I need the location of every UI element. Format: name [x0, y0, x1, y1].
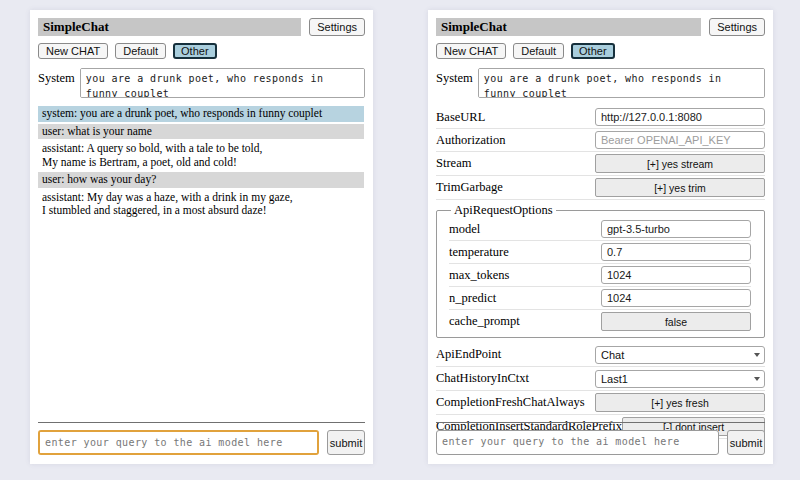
max-tokens-row: max_tokens: [449, 264, 751, 287]
system-prompt-row: System you are a drunk poet, who respond…: [38, 68, 365, 98]
temperature-input[interactable]: [601, 243, 751, 261]
completion-fresh-row: CompletionFreshChatAlways [+] yes fresh: [436, 391, 765, 415]
chat-panel: SimpleChat Settings New CHAT Default Oth…: [30, 10, 373, 464]
n-predict-label: n_predict: [449, 291, 496, 306]
new-chat-button[interactable]: New CHAT: [38, 43, 108, 59]
session-tab-default[interactable]: Default: [115, 43, 166, 59]
query-input[interactable]: [38, 430, 319, 455]
base-url-label: BaseURL: [436, 110, 485, 125]
system-prompt-input[interactable]: you are a drunk poet, who responds in fu…: [80, 68, 365, 98]
api-endpoint-select[interactable]: Chat: [595, 346, 765, 364]
authorization-row: Authorization: [436, 129, 765, 152]
session-row: New CHAT Default Other: [38, 43, 365, 59]
stream-toggle[interactable]: [+] yes stream: [595, 154, 765, 173]
api-endpoint-select-wrap: Chat: [595, 345, 765, 364]
api-request-options-legend: ApiRequestOptions: [451, 203, 556, 218]
divider: [38, 422, 365, 423]
divider: [436, 422, 765, 423]
api-endpoint-row: ApiEndPoint Chat: [436, 343, 765, 367]
chat-message: user: how was your day?: [38, 172, 364, 188]
authorization-label: Authorization: [436, 133, 505, 148]
max-tokens-input[interactable]: [601, 266, 751, 284]
session-tab-other[interactable]: Other: [571, 43, 615, 59]
completion-fresh-toggle[interactable]: [+] yes fresh: [595, 393, 765, 412]
system-prompt-label: System: [436, 68, 473, 86]
chat-history-select[interactable]: Last1: [595, 370, 765, 388]
chat-message: assistant: A query so bold, with a tale …: [38, 141, 364, 170]
trim-garbage-label: TrimGarbage: [436, 180, 503, 195]
chat-message: user: what is your name: [38, 124, 364, 140]
settings-list: BaseURL Authorization Stream [+] yes str…: [436, 106, 765, 439]
system-prompt-row: System you are a drunk poet, who respond…: [436, 68, 765, 98]
cache-prompt-row: cache_prompt false: [449, 310, 751, 333]
n-predict-input[interactable]: [601, 289, 751, 307]
api-request-options-fieldset: ApiRequestOptions model temperature max_…: [436, 203, 765, 338]
app-title: SimpleChat: [436, 18, 701, 36]
chat-message: system: you are a drunk poet, who respon…: [38, 106, 364, 122]
api-endpoint-label: ApiEndPoint: [436, 347, 501, 362]
chat-log: system: you are a drunk poet, who respon…: [38, 106, 365, 219]
temperature-row: temperature: [449, 241, 751, 264]
submit-button[interactable]: submit: [327, 430, 365, 455]
query-footer: submit: [436, 422, 765, 455]
session-row: New CHAT Default Other: [436, 43, 765, 59]
query-row: submit: [38, 430, 365, 455]
completion-fresh-label: CompletionFreshChatAlways: [436, 395, 585, 410]
settings-panel: SimpleChat Settings New CHAT Default Oth…: [428, 10, 773, 464]
n-predict-row: n_predict: [449, 287, 751, 310]
model-label: model: [449, 222, 480, 237]
query-footer: submit: [38, 422, 365, 455]
max-tokens-label: max_tokens: [449, 268, 509, 283]
settings-button[interactable]: Settings: [709, 18, 765, 36]
title-row: SimpleChat Settings: [38, 18, 365, 36]
chat-history-row: ChatHistoryInCtxt Last1: [436, 367, 765, 391]
base-url-row: BaseURL: [436, 106, 765, 129]
authorization-input[interactable]: [595, 131, 765, 149]
app-title: SimpleChat: [38, 18, 301, 36]
chat-history-label: ChatHistoryInCtxt: [436, 371, 529, 386]
cache-prompt-label: cache_prompt: [449, 314, 520, 329]
query-input[interactable]: [436, 430, 719, 455]
session-tab-other[interactable]: Other: [173, 43, 217, 59]
query-row: submit: [436, 430, 765, 455]
base-url-input[interactable]: [595, 108, 765, 126]
model-input[interactable]: [601, 220, 751, 238]
title-row: SimpleChat Settings: [436, 18, 765, 36]
trim-garbage-toggle[interactable]: [+] yes trim: [595, 178, 765, 197]
system-prompt-input[interactable]: you are a drunk poet, who responds in fu…: [478, 68, 765, 98]
settings-button[interactable]: Settings: [309, 18, 365, 36]
stream-label: Stream: [436, 156, 471, 171]
chat-history-select-wrap: Last1: [595, 369, 765, 388]
chat-message: assistant: My day was a haze, with a dri…: [38, 190, 364, 219]
temperature-label: temperature: [449, 245, 509, 260]
model-row: model: [449, 218, 751, 241]
stream-row: Stream [+] yes stream: [436, 152, 765, 176]
session-tab-default[interactable]: Default: [513, 43, 564, 59]
new-chat-button[interactable]: New CHAT: [436, 43, 506, 59]
trim-garbage-row: TrimGarbage [+] yes trim: [436, 176, 765, 200]
submit-button[interactable]: submit: [727, 430, 765, 455]
system-prompt-label: System: [38, 68, 75, 86]
cache-prompt-toggle[interactable]: false: [601, 312, 751, 331]
